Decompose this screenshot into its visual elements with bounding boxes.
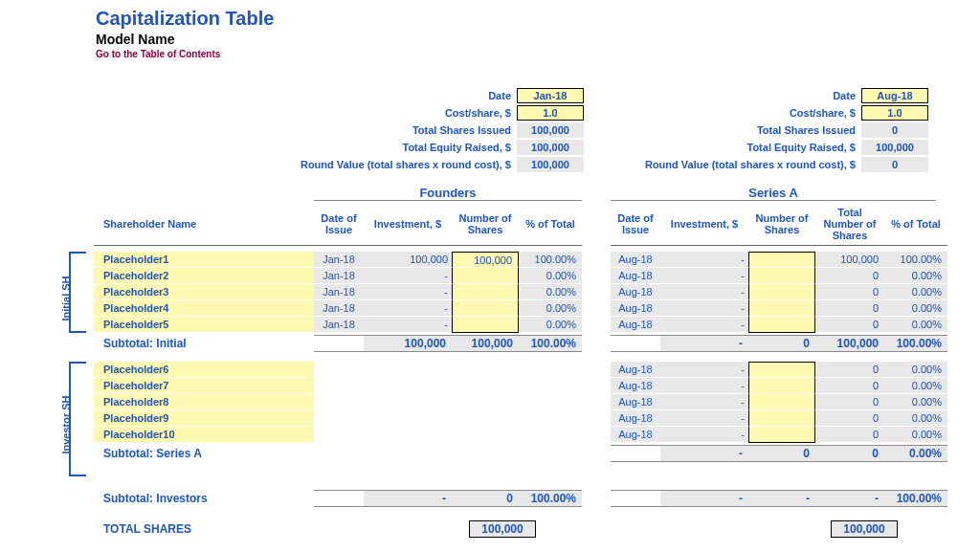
total-shares-seriesa: 100,000	[831, 520, 898, 538]
founders-total-shares: 100,000	[517, 122, 584, 138]
pct-total: 0.00%	[519, 317, 582, 333]
table-row: Placeholder10Aug-18-00.00%	[86, 427, 970, 443]
shareholder-name[interactable]: Placeholder6	[94, 362, 314, 378]
column-headers: Shareholder Name Date of Issue Investmen…	[10, 203, 970, 246]
total-num-shares: 0	[815, 362, 884, 378]
colh-investment: Investment, $	[660, 203, 748, 246]
page-title: Capitalization Table	[96, 8, 970, 30]
num-shares-input[interactable]	[748, 410, 815, 427]
summary-block: Date Jan-18 Cost/share, $ 1.0 Total Shar…	[10, 88, 970, 172]
label-total-shares: Total Shares Issued	[641, 124, 856, 136]
date-of-issue: Aug-18	[611, 284, 660, 300]
shareholder-name[interactable]: Placeholder3	[94, 284, 314, 300]
pct-total: 100.00%	[519, 252, 582, 268]
colh-num-shares: Number of Shares	[452, 203, 519, 246]
shareholder-name[interactable]: Placeholder7	[94, 378, 314, 394]
num-shares-input[interactable]	[748, 252, 815, 268]
subtotal-investors: Subtotal: Investors - 0 100.00% - - - 10…	[94, 490, 970, 507]
num-shares-input[interactable]	[452, 300, 519, 317]
initial-sh-label: Initial SH	[69, 252, 86, 333]
num-shares-input[interactable]	[452, 284, 519, 300]
shareholder-name[interactable]: Placeholder1	[94, 252, 314, 268]
colh-pct-total: % of Total	[519, 203, 582, 246]
num-shares-input[interactable]	[748, 268, 815, 284]
num-shares-input[interactable]	[748, 394, 815, 410]
shareholder-name[interactable]: Placeholder10	[94, 427, 314, 443]
pct-total: 0.00%	[884, 317, 947, 333]
num-shares-input[interactable]	[452, 268, 519, 284]
seriesa-summary: Date Aug-18 Cost/share, $ 1.0 Total Shar…	[641, 88, 928, 172]
investment: -	[660, 410, 748, 427]
num-shares-input[interactable]	[748, 378, 815, 394]
initial-sh-section: Initial SH Placeholder1Jan-18100,000100,…	[10, 252, 970, 333]
date-of-issue: Aug-18	[611, 427, 660, 443]
round-header-seriesa: Series A	[611, 186, 936, 201]
colh-num-shares: Number of Shares	[748, 203, 815, 246]
num-shares-input[interactable]	[748, 284, 815, 300]
table-row: Placeholder6Aug-18-00.00%	[86, 362, 970, 378]
label-cost-share: Cost/share, $	[297, 107, 511, 119]
investment: -	[364, 317, 452, 333]
table-row: Placeholder7Aug-18-00.00%	[86, 378, 970, 394]
investment: -	[364, 268, 452, 284]
num-shares-input[interactable]	[748, 362, 815, 378]
investment: -	[364, 284, 452, 300]
label-total-equity: Total Equity Raised, $	[297, 142, 511, 153]
founders-cost-share[interactable]: 1.0	[517, 105, 584, 121]
num-shares-input[interactable]: 100,000	[452, 252, 519, 268]
pct-total: 100.00%	[884, 252, 947, 268]
investment: -	[660, 362, 748, 378]
shareholder-name[interactable]: Placeholder5	[94, 317, 314, 333]
table-row: Placeholder1Jan-18100,000100,000100.00%A…	[86, 252, 970, 268]
total-shares-row: TOTAL SHARES 100,000 100,000	[94, 520, 970, 538]
pct-total: 0.00%	[519, 284, 582, 300]
date-of-issue: Aug-18	[611, 252, 660, 268]
pct-total: 0.00%	[519, 300, 582, 317]
investment: -	[660, 427, 748, 443]
investment: -	[660, 317, 748, 333]
total-num-shares: 0	[815, 317, 884, 333]
date-of-issue: Jan-18	[314, 300, 364, 317]
date-of-issue: Aug-18	[611, 317, 660, 333]
investment: -	[364, 300, 452, 317]
date-of-issue: Aug-18	[611, 300, 660, 317]
investment: -	[660, 378, 748, 394]
model-name: Model Name	[96, 32, 970, 47]
shareholder-name[interactable]: Placeholder9	[94, 410, 314, 427]
seriesa-total-equity: 100,000	[861, 140, 928, 155]
table-row: Placeholder9Aug-18-00.00%	[86, 410, 970, 427]
label-cost-share: Cost/share, $	[641, 107, 856, 119]
founders-date[interactable]: Jan-18	[517, 88, 584, 103]
colh-total-num-shares: Total Number of Shares	[815, 203, 884, 246]
label-total-shares: Total Shares Issued	[297, 124, 511, 136]
date-of-issue: Aug-18	[611, 410, 660, 427]
seriesa-cost-share[interactable]: 1.0	[861, 105, 928, 121]
date-of-issue: Jan-18	[314, 268, 364, 284]
shareholder-name[interactable]: Placeholder2	[94, 268, 314, 284]
shareholder-name[interactable]: Placeholder8	[94, 394, 314, 410]
seriesa-date[interactable]: Aug-18	[861, 88, 928, 103]
investor-sh-section: Investor SH Placeholder6Aug-18-00.00%Pla…	[10, 362, 970, 476]
pct-total: 0.00%	[884, 300, 947, 317]
table-row: Placeholder5Jan-18-0.00%Aug-18-00.00%	[86, 317, 970, 333]
table-row: Placeholder2Jan-18-0.00%Aug-18-00.00%	[86, 268, 970, 284]
investment: -	[660, 394, 748, 410]
investment: -	[660, 268, 748, 284]
pct-total: 0.00%	[884, 427, 947, 443]
total-num-shares: 0	[815, 378, 884, 394]
date-of-issue: Jan-18	[314, 284, 364, 300]
num-shares-input[interactable]	[452, 317, 519, 333]
num-shares-input[interactable]	[748, 317, 815, 333]
founders-round-value: 100,000	[517, 157, 584, 172]
subtotal-seriesa: Subtotal: Series A - 0 0 0.00%	[94, 445, 970, 462]
date-of-issue: Aug-18	[611, 268, 660, 284]
investment: -	[660, 252, 748, 268]
total-num-shares: 0	[815, 394, 884, 410]
shareholder-name[interactable]: Placeholder4	[94, 300, 314, 317]
num-shares-input[interactable]	[748, 427, 815, 443]
toc-link[interactable]: Go to the Table of Contents	[96, 49, 970, 59]
date-of-issue: Aug-18	[611, 378, 660, 394]
pct-total: 0.00%	[884, 378, 947, 394]
num-shares-input[interactable]	[748, 300, 815, 317]
founders-summary: Date Jan-18 Cost/share, $ 1.0 Total Shar…	[297, 88, 584, 172]
